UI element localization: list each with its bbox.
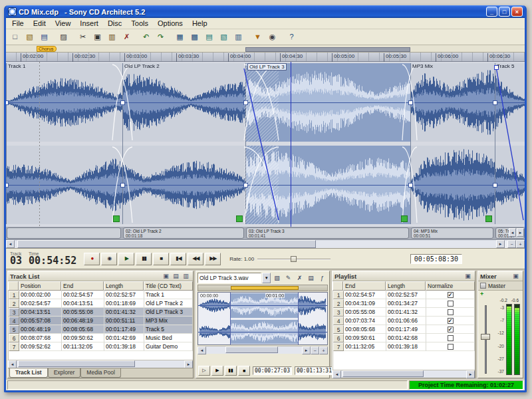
- normalize-checkbox[interactable]: ✓: [448, 301, 454, 307]
- delete-button[interactable]: ✗: [120, 31, 134, 44]
- save-media-icon[interactable]: ▤: [305, 273, 317, 283]
- title-cell[interactable]: Track 1: [144, 291, 193, 299]
- media-file-combo[interactable]: Old LP Track 3.wav: [198, 273, 261, 283]
- pause-button[interactable]: ▮▮: [136, 253, 152, 265]
- insert-fx-icon[interactable]: +: [478, 291, 523, 297]
- column-header-normalize[interactable]: Normalize: [426, 281, 475, 291]
- title-cell[interactable]: Old LP Track 2: [144, 299, 193, 308]
- length-cell[interactable]: 00:01:41:32: [104, 308, 144, 317]
- menu-item[interactable]: Help: [188, 19, 212, 28]
- timeline-event-label[interactable]: Old LP Track 3: [247, 63, 287, 70]
- play-all-button[interactable]: ▷: [198, 366, 210, 376]
- master-fader[interactable]: [481, 304, 490, 375]
- normalize-checkbox[interactable]: ✓: [448, 318, 454, 324]
- title-cell[interactable]: Guitar Demo: [144, 342, 193, 351]
- close-button[interactable]: ×: [511, 7, 523, 17]
- length-cell[interactable]: 00:01:34:27: [386, 299, 426, 308]
- scroll-left-button[interactable]: ◂: [6, 240, 15, 248]
- end-cell[interactable]: 00:11:32:05: [344, 342, 386, 351]
- maximize-button[interactable]: □: [499, 7, 510, 17]
- menu-item[interactable]: Disc: [103, 19, 126, 28]
- insert-marker-button[interactable]: ▼: [251, 31, 265, 44]
- length-cell[interactable]: 00:01:39:18: [104, 342, 144, 351]
- title-bar[interactable]: CD Mix.cdp - Sony CD Architect 5.2 _ □ ×: [6, 5, 525, 18]
- overview-segment[interactable]: 02: Old LP Track 2 00:01:18: [123, 227, 244, 239]
- timeline-event-label[interactable]: Track 5: [497, 63, 514, 69]
- track-list-button[interactable]: ▩: [188, 31, 201, 44]
- end-cell[interactable]: 00:05:55:08: [344, 308, 386, 317]
- stop-button[interactable]: ■: [153, 253, 169, 265]
- column-header-length[interactable]: Length: [386, 281, 426, 291]
- menu-item[interactable]: Insert: [75, 19, 103, 28]
- menu-item[interactable]: File: [7, 19, 29, 28]
- length-cell[interactable]: 00:02:52:57: [104, 291, 144, 299]
- copy-button[interactable]: ▣: [90, 31, 104, 44]
- editor-waveform-area[interactable]: 00:00:00 00:01:00: [198, 292, 328, 345]
- column-header-end[interactable]: End: [343, 281, 386, 291]
- menu-item[interactable]: View: [51, 19, 76, 28]
- position-cell[interactable]: 00:04:13:51: [19, 308, 62, 317]
- end-cell[interactable]: 00:02:54:57: [62, 291, 104, 299]
- editor-zoom-in[interactable]: +: [319, 346, 328, 354]
- editor-zoom-out[interactable]: −: [311, 346, 319, 354]
- editor-scroll-thumb[interactable]: [225, 346, 278, 353]
- track-list-row[interactable]: 7 00:09:52:62 00:11:32:05 00:01:39:18 Gu…: [9, 342, 193, 351]
- playlist-scroll-thumb[interactable]: [342, 370, 424, 377]
- zoom-out-button[interactable]: −: [507, 240, 516, 248]
- end-cell[interactable]: 00:04:31:09: [344, 299, 386, 308]
- print-tracklist-icon[interactable]: ▥: [181, 272, 191, 281]
- overview-scroll-left-button[interactable]: ◂: [509, 228, 516, 237]
- column-header-position[interactable]: Position: [19, 281, 61, 291]
- marker-chorus[interactable]: Chorus: [37, 46, 57, 52]
- fader-thumb[interactable]: [481, 334, 490, 340]
- position-cell[interactable]: 00:05:57:08: [19, 317, 62, 325]
- normalize-checkbox[interactable]: ✓: [448, 335, 454, 341]
- normalize-checkbox[interactable]: ✓: [448, 292, 454, 298]
- title-cell[interactable]: MP3 Mix: [144, 317, 193, 325]
- column-header-title[interactable]: Title (CD Text): [144, 281, 193, 291]
- explorer-button[interactable]: ▧: [217, 31, 231, 44]
- title-cell[interactable]: Old LP Track 3: [144, 308, 193, 317]
- pause-button[interactable]: ▮▮: [225, 366, 237, 376]
- scroll-right-button[interactable]: ▸: [496, 240, 505, 248]
- end-cell[interactable]: 00:05:55:08: [62, 308, 104, 317]
- track-overview-strip[interactable]: 02: Old LP Track 2 00:01:18 03: Old LP T…: [6, 227, 525, 240]
- track-list-row[interactable]: 5 00:06:48:19 00:08:05:68 00:01:17:49 Tr…: [9, 325, 193, 334]
- length-cell[interactable]: 00:01:17:49: [104, 325, 144, 334]
- overview-segment[interactable]: 04: MP3 Mix 00:00:51: [411, 227, 493, 239]
- rate-slider[interactable]: [257, 256, 331, 262]
- length-cell[interactable]: 00:01:42:68: [386, 334, 426, 342]
- title-cell[interactable]: Music Bed: [144, 334, 193, 342]
- end-cell[interactable]: 00:07:03:74: [344, 317, 386, 325]
- end-cell[interactable]: 00:02:54:57: [344, 291, 386, 299]
- length-cell[interactable]: 00:01:06:66: [386, 317, 426, 325]
- track-view-button[interactable]: ▦: [173, 31, 187, 44]
- export-tracklist-icon[interactable]: ▤: [171, 272, 181, 281]
- save-button[interactable]: ▤: [37, 31, 51, 44]
- edit-media-icon[interactable]: ✎: [283, 273, 294, 283]
- media-file-combo-dropdown[interactable]: ▾: [262, 273, 271, 283]
- time-ruler[interactable]: 00:02:0000:02:3000:03:0000:03:3000:04:00…: [6, 53, 525, 62]
- mixer-button[interactable]: ▥: [231, 31, 245, 44]
- playlist-row[interactable]: 7 00:11:32:05 00:01:39:18 ✓: [333, 342, 475, 351]
- redo-button[interactable]: ↷: [154, 31, 168, 44]
- new-file-button[interactable]: □: [8, 31, 22, 44]
- length-cell[interactable]: 00:00:51:11: [104, 317, 144, 325]
- playlist-row[interactable]: 4 00:07:03:74 00:01:06:66 ✓: [333, 317, 475, 325]
- paste-button[interactable]: ▥: [105, 31, 119, 44]
- overview-scroll-right-button[interactable]: ▸: [517, 228, 524, 237]
- properties-button[interactable]: ▨: [57, 31, 70, 44]
- end-cell[interactable]: 00:11:32:05: [62, 342, 104, 351]
- playlist-scroll-right[interactable]: ▸: [466, 370, 475, 378]
- length-cell[interactable]: 00:01:42:69: [104, 334, 144, 342]
- timeline-event-label[interactable]: Old LP Track 2: [124, 63, 160, 69]
- title-cell[interactable]: Track 5: [144, 325, 193, 334]
- help-button[interactable]: ?: [285, 31, 299, 44]
- minimize-button[interactable]: _: [486, 7, 497, 17]
- zoom-in-button[interactable]: +: [516, 240, 525, 248]
- length-cell[interactable]: 00:02:52:57: [386, 291, 426, 299]
- column-header-end[interactable]: End: [61, 281, 104, 291]
- media-fx-icon[interactable]: ƒ: [317, 273, 328, 283]
- playlist-row[interactable]: 3 00:05:55:08 00:01:41:32 ✓: [333, 308, 475, 317]
- play-button[interactable]: ▶: [211, 366, 223, 376]
